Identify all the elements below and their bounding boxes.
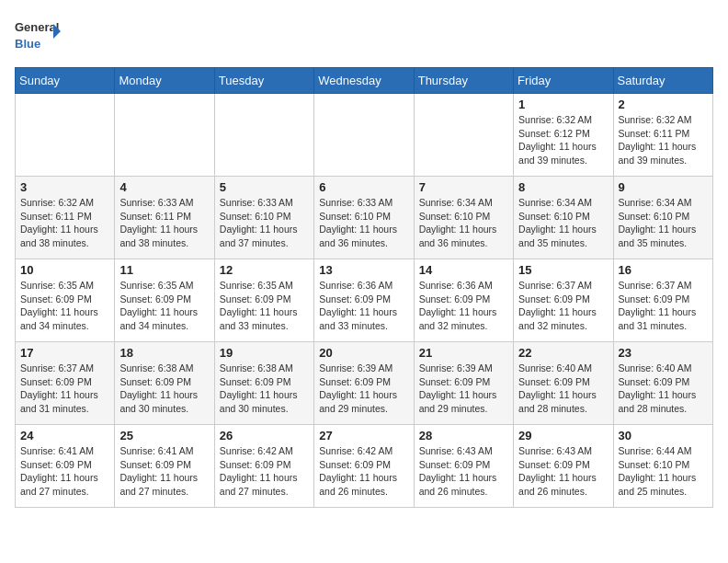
day-info: Sunrise: 6:35 AM Sunset: 6:09 PM Dayligh… (119, 279, 209, 333)
calendar-cell (314, 94, 414, 177)
calendar-cell: 22Sunrise: 6:40 AM Sunset: 6:09 PM Dayli… (514, 342, 613, 425)
day-number: 20 (319, 346, 408, 360)
day-info: Sunrise: 6:44 AM Sunset: 6:10 PM Dayligh… (619, 444, 708, 499)
calendar-cell: 12Sunrise: 6:35 AM Sunset: 6:09 PM Dayli… (214, 259, 313, 342)
day-info: Sunrise: 6:39 AM Sunset: 6:09 PM Dayligh… (419, 362, 508, 416)
weekday-header-thursday: Thursday (414, 68, 513, 94)
calendar-week-row: 17Sunrise: 6:37 AM Sunset: 6:09 PM Dayli… (16, 342, 713, 425)
calendar-cell: 29Sunrise: 6:43 AM Sunset: 6:09 PM Dayli… (514, 425, 613, 508)
day-info: Sunrise: 6:36 AM Sunset: 6:09 PM Dayligh… (319, 279, 408, 333)
day-number: 14 (419, 263, 508, 277)
day-number: 16 (619, 263, 708, 277)
calendar-cell (16, 94, 115, 177)
calendar-week-row: 24Sunrise: 6:41 AM Sunset: 6:09 PM Dayli… (16, 425, 713, 508)
day-number: 2 (619, 98, 708, 111)
day-info: Sunrise: 6:33 AM Sunset: 6:10 PM Dayligh… (220, 196, 309, 250)
logo: General Blue (15, 15, 61, 56)
day-number: 9 (619, 180, 708, 194)
calendar-cell: 14Sunrise: 6:36 AM Sunset: 6:09 PM Dayli… (414, 259, 513, 342)
day-number: 1 (518, 98, 608, 111)
calendar-cell: 21Sunrise: 6:39 AM Sunset: 6:09 PM Dayli… (414, 342, 513, 425)
calendar-cell: 1Sunrise: 6:32 AM Sunset: 6:12 PM Daylig… (514, 94, 613, 177)
day-number: 8 (518, 180, 608, 194)
day-info: Sunrise: 6:37 AM Sunset: 6:09 PM Dayligh… (619, 279, 708, 333)
day-number: 22 (518, 346, 608, 360)
weekday-header-tuesday: Tuesday (214, 68, 313, 94)
calendar-cell: 24Sunrise: 6:41 AM Sunset: 6:09 PM Dayli… (16, 425, 115, 508)
day-info: Sunrise: 6:32 AM Sunset: 6:11 PM Dayligh… (619, 113, 708, 167)
calendar-cell: 25Sunrise: 6:41 AM Sunset: 6:09 PM Dayli… (115, 425, 214, 508)
day-info: Sunrise: 6:43 AM Sunset: 6:09 PM Dayligh… (518, 444, 608, 499)
day-info: Sunrise: 6:33 AM Sunset: 6:10 PM Dayligh… (319, 196, 408, 250)
day-info: Sunrise: 6:32 AM Sunset: 6:12 PM Dayligh… (518, 113, 608, 167)
day-number: 10 (20, 263, 109, 277)
calendar-week-row: 1Sunrise: 6:32 AM Sunset: 6:12 PM Daylig… (16, 94, 713, 177)
day-info: Sunrise: 6:41 AM Sunset: 6:09 PM Dayligh… (119, 444, 209, 499)
weekday-header-wednesday: Wednesday (314, 68, 414, 94)
day-number: 5 (220, 180, 309, 194)
day-number: 21 (419, 346, 508, 360)
calendar-cell: 19Sunrise: 6:38 AM Sunset: 6:09 PM Dayli… (214, 342, 313, 425)
day-number: 30 (619, 429, 708, 442)
weekday-header-friday: Friday (514, 68, 613, 94)
day-number: 11 (119, 263, 209, 277)
day-number: 17 (20, 346, 109, 360)
day-info: Sunrise: 6:42 AM Sunset: 6:09 PM Dayligh… (220, 444, 309, 499)
day-info: Sunrise: 6:41 AM Sunset: 6:09 PM Dayligh… (20, 444, 109, 499)
logo-svg: General Blue (15, 15, 61, 56)
day-number: 26 (220, 429, 309, 442)
day-info: Sunrise: 6:36 AM Sunset: 6:09 PM Dayligh… (419, 279, 508, 333)
calendar-cell: 7Sunrise: 6:34 AM Sunset: 6:10 PM Daylig… (414, 177, 513, 259)
day-info: Sunrise: 6:33 AM Sunset: 6:11 PM Dayligh… (119, 196, 209, 250)
calendar-cell: 18Sunrise: 6:38 AM Sunset: 6:09 PM Dayli… (115, 342, 214, 425)
day-number: 7 (419, 180, 508, 194)
calendar-cell (214, 94, 313, 177)
day-number: 6 (319, 180, 408, 194)
day-info: Sunrise: 6:40 AM Sunset: 6:09 PM Dayligh… (518, 362, 608, 416)
day-number: 23 (619, 346, 708, 360)
calendar-header-row: SundayMondayTuesdayWednesdayThursdayFrid… (16, 68, 713, 94)
calendar-cell: 2Sunrise: 6:32 AM Sunset: 6:11 PM Daylig… (613, 94, 712, 177)
day-info: Sunrise: 6:37 AM Sunset: 6:09 PM Dayligh… (518, 279, 608, 333)
calendar-cell: 30Sunrise: 6:44 AM Sunset: 6:10 PM Dayli… (613, 425, 712, 508)
weekday-header-monday: Monday (115, 68, 214, 94)
calendar-cell: 28Sunrise: 6:43 AM Sunset: 6:09 PM Dayli… (414, 425, 513, 508)
day-info: Sunrise: 6:35 AM Sunset: 6:09 PM Dayligh… (20, 279, 109, 333)
calendar-cell: 20Sunrise: 6:39 AM Sunset: 6:09 PM Dayli… (314, 342, 414, 425)
calendar-cell: 6Sunrise: 6:33 AM Sunset: 6:10 PM Daylig… (314, 177, 414, 259)
svg-text:General: General (15, 20, 59, 34)
calendar-table: SundayMondayTuesdayWednesdayThursdayFrid… (15, 67, 713, 508)
day-number: 12 (220, 263, 309, 277)
day-info: Sunrise: 6:35 AM Sunset: 6:09 PM Dayligh… (220, 279, 309, 333)
calendar-cell: 23Sunrise: 6:40 AM Sunset: 6:09 PM Dayli… (613, 342, 712, 425)
day-info: Sunrise: 6:32 AM Sunset: 6:11 PM Dayligh… (20, 196, 109, 250)
day-info: Sunrise: 6:42 AM Sunset: 6:09 PM Dayligh… (319, 444, 408, 499)
calendar-cell (414, 94, 513, 177)
day-info: Sunrise: 6:34 AM Sunset: 6:10 PM Dayligh… (419, 196, 508, 250)
day-number: 13 (319, 263, 408, 277)
calendar-cell: 8Sunrise: 6:34 AM Sunset: 6:10 PM Daylig… (514, 177, 613, 259)
calendar-cell: 4Sunrise: 6:33 AM Sunset: 6:11 PM Daylig… (115, 177, 214, 259)
weekday-header-saturday: Saturday (613, 68, 712, 94)
calendar-cell: 9Sunrise: 6:34 AM Sunset: 6:10 PM Daylig… (613, 177, 712, 259)
day-number: 25 (119, 429, 209, 442)
day-number: 27 (319, 429, 408, 442)
day-info: Sunrise: 6:40 AM Sunset: 6:09 PM Dayligh… (619, 362, 708, 416)
calendar-cell: 5Sunrise: 6:33 AM Sunset: 6:10 PM Daylig… (214, 177, 313, 259)
day-number: 4 (119, 180, 209, 194)
calendar-cell: 13Sunrise: 6:36 AM Sunset: 6:09 PM Dayli… (314, 259, 414, 342)
calendar-cell: 27Sunrise: 6:42 AM Sunset: 6:09 PM Dayli… (314, 425, 414, 508)
day-info: Sunrise: 6:43 AM Sunset: 6:09 PM Dayligh… (419, 444, 508, 499)
day-info: Sunrise: 6:34 AM Sunset: 6:10 PM Dayligh… (518, 196, 608, 250)
day-number: 29 (518, 429, 608, 442)
day-info: Sunrise: 6:37 AM Sunset: 6:09 PM Dayligh… (20, 362, 109, 416)
calendar-week-row: 10Sunrise: 6:35 AM Sunset: 6:09 PM Dayli… (16, 259, 713, 342)
calendar-cell: 3Sunrise: 6:32 AM Sunset: 6:11 PM Daylig… (16, 177, 115, 259)
day-number: 15 (518, 263, 608, 277)
day-number: 18 (119, 346, 209, 360)
svg-text:Blue: Blue (15, 37, 40, 51)
day-number: 3 (20, 180, 109, 194)
page-header: General Blue (15, 15, 713, 56)
day-info: Sunrise: 6:38 AM Sunset: 6:09 PM Dayligh… (220, 362, 309, 416)
calendar-cell: 11Sunrise: 6:35 AM Sunset: 6:09 PM Dayli… (115, 259, 214, 342)
